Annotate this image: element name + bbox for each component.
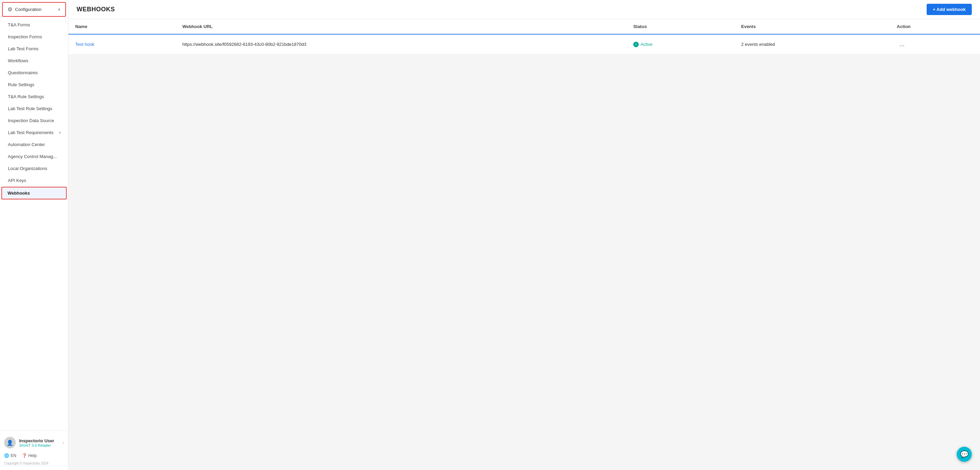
sidebar-item-label: T&A Forms (8, 22, 30, 27)
collapse-icon: ‹‹ (68, 19, 68, 22)
sidebar-item-inspection-forms[interactable]: Inspection Forms (0, 31, 68, 43)
language-label: EN (11, 453, 16, 458)
sidebar-item-label: Inspection Data Source (8, 118, 54, 123)
page-title: WEBHOOKS (76, 6, 115, 13)
sidebar-item-label: Inspection Forms (8, 34, 42, 39)
col-action: Action (890, 19, 980, 34)
config-label: Configuration (15, 7, 41, 12)
check-icon: ✓ (633, 42, 639, 47)
sidebar-item-label: Agency Control Manag... (8, 154, 57, 159)
webhook-events: 2 events enabled (734, 34, 890, 54)
sidebar-footer: 👤 Inspectorio User SIGHT 3.0 Retailer › … (0, 430, 68, 470)
col-events: Events (734, 19, 890, 34)
webhooks-table: Name Webhook URL Status Events Action Te… (68, 19, 980, 54)
sidebar-item-automation-center[interactable]: Automation Center (0, 139, 68, 150)
gear-icon: ⚙ (8, 6, 12, 13)
sidebar-item-label: Questionnaires (8, 70, 38, 75)
sidebar-item-inspection-data-source[interactable]: Inspection Data Source (0, 115, 68, 127)
webhooks-table-container: Name Webhook URL Status Events Action Te… (68, 19, 980, 54)
sidebar-item-label: Lab Test Forms (8, 46, 38, 51)
table-body: Test hookhttps://webhook.site/f0592682-6… (68, 34, 980, 54)
sidebar-item-lab-test-forms[interactable]: Lab Test Forms (0, 43, 68, 55)
sidebar-item-label: Workflows (8, 58, 29, 63)
table-row: Test hookhttps://webhook.site/f0592682-6… (68, 34, 980, 54)
webhooks-content: Name Webhook URL Status Events Action Te… (68, 19, 980, 470)
sidebar-nav: T&A FormsInspection FormsLab Test FormsW… (0, 19, 68, 430)
chat-icon: 💬 (960, 450, 969, 458)
avatar: 👤 (4, 437, 16, 448)
help-link[interactable]: ❓ Help (22, 453, 37, 458)
main-header: WEBHOOKS + Add webhook (68, 0, 980, 19)
chat-bubble-button[interactable]: 💬 (957, 447, 972, 462)
sidebar-item-ta-forms[interactable]: T&A Forms (0, 19, 68, 31)
help-icon: ❓ (22, 453, 27, 458)
sidebar-item-label: Webhooks (8, 191, 30, 196)
copyright: Copyright © Inspectorio 2024 (4, 460, 64, 467)
help-label: Help (29, 453, 37, 458)
col-name: Name (68, 19, 175, 34)
action-menu-button[interactable]: ... (897, 39, 907, 49)
sidebar-item-rule-settings[interactable]: Rule Settings (0, 79, 68, 91)
sidebar: ⚙ Configuration ∧ ‹‹ T&A FormsInspection… (0, 0, 68, 470)
sidebar-item-lab-test-rule-settings[interactable]: Lab Test Rule Settings (0, 103, 68, 115)
user-section[interactable]: 👤 Inspectorio User SIGHT 3.0 Retailer › (4, 434, 64, 451)
sidebar-item-api-keys[interactable]: API Keys (0, 174, 68, 186)
sidebar-item-local-organizations[interactable]: Local Organizations (0, 163, 68, 174)
language-selector[interactable]: 🌐 EN (4, 453, 16, 458)
sidebar-item-label: Lab Test Rule Settings (8, 106, 52, 111)
user-arrow-icon: › (62, 441, 64, 445)
status-text: Active (640, 42, 652, 47)
footer-bottom: 🌐 EN ❓ Help (4, 451, 64, 460)
status-badge: ✓Active (633, 42, 652, 47)
main-content-area: WEBHOOKS + Add webhook Name Webhook URL … (68, 0, 980, 470)
config-menu-header[interactable]: ⚙ Configuration ∧ (2, 2, 66, 17)
globe-icon: 🌐 (4, 453, 9, 458)
user-subtitle: SIGHT 3.0 Retailer (19, 443, 59, 448)
sidebar-item-webhooks[interactable]: Webhooks (2, 187, 67, 199)
col-url: Webhook URL (175, 19, 627, 34)
sidebar-item-workflows[interactable]: Workflows (0, 55, 68, 67)
sidebar-item-label: Automation Center (8, 142, 45, 147)
col-status: Status (627, 19, 735, 34)
user-info: Inspectorio User SIGHT 3.0 Retailer (19, 438, 59, 448)
chevron-down-icon: ∨ (59, 130, 61, 135)
chevron-up-icon: ∧ (58, 7, 60, 12)
sidebar-item-questionnaires[interactable]: Questionnaires (0, 67, 68, 79)
sidebar-item-agency-control-manag[interactable]: Agency Control Manag... (0, 150, 68, 163)
sidebar-item-label: Rule Settings (8, 82, 34, 87)
sidebar-item-label: T&A Rule Settings (8, 94, 44, 99)
sidebar-item-label: Lab Test Requirements (8, 130, 53, 135)
webhook-url: https://webhook.site/f0592682-6193-43c0-… (175, 34, 627, 54)
user-name: Inspectorio User (19, 438, 59, 443)
sidebar-item-ta-rule-settings[interactable]: T&A Rule Settings (0, 91, 68, 103)
sidebar-item-lab-test-requirements[interactable]: Lab Test Requirements∨ (0, 127, 68, 139)
table-header: Name Webhook URL Status Events Action (68, 19, 980, 34)
webhook-name-link[interactable]: Test hook (75, 42, 94, 47)
sidebar-item-label: API Keys (8, 178, 26, 183)
add-webhook-button[interactable]: + Add webhook (927, 4, 972, 15)
sidebar-item-label: Local Organizations (8, 166, 47, 171)
